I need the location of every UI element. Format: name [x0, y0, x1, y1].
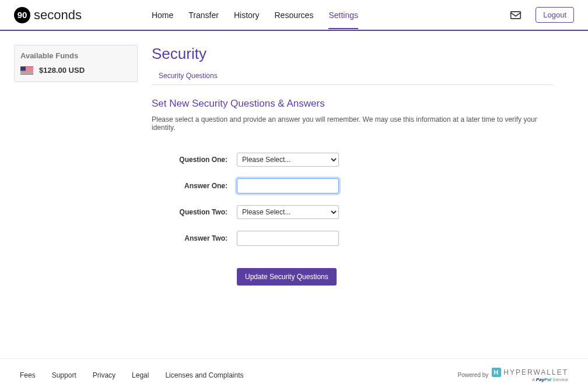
- funds-amount: $128.00 USD: [39, 66, 85, 75]
- label-answer-two: Answer Two:: [152, 234, 237, 242]
- main-nav: Home Transfer History Resources Settings: [152, 1, 358, 29]
- hyperwallet-mark-icon: H: [492, 368, 501, 377]
- footer-privacy[interactable]: Privacy: [93, 371, 116, 379]
- footer-licenses[interactable]: Licenses and Complaints: [165, 371, 243, 379]
- nav-home[interactable]: Home: [152, 1, 173, 29]
- main-content: Available Funds $128.00 USD: [0, 31, 588, 300]
- label-question-one: Question One:: [152, 156, 237, 164]
- hyperwallet-text: HYPERWALLET: [503, 368, 568, 376]
- svg-rect-7: [20, 73, 33, 73]
- svg-rect-5: [20, 71, 33, 71]
- nav-settings[interactable]: Settings: [328, 1, 358, 29]
- content: Security Security Questions Set New Secu…: [152, 45, 574, 286]
- logout-button[interactable]: Logout: [536, 7, 574, 23]
- row-question-two: Question Two: Please Select...: [152, 205, 553, 219]
- row-answer-two: Answer Two:: [152, 231, 553, 246]
- select-question-one[interactable]: Please Select...: [237, 153, 339, 167]
- svg-rect-8: [20, 66, 26, 71]
- update-security-questions-button[interactable]: Update Security Questions: [237, 268, 337, 286]
- submit-row: Update Security Questions: [237, 268, 553, 286]
- footer-legal[interactable]: Legal: [132, 371, 149, 379]
- section-desc: Please select a question and provide an …: [152, 115, 553, 132]
- available-funds-card: Available Funds $128.00 USD: [14, 45, 138, 82]
- label-question-two: Question Two:: [152, 208, 237, 216]
- subtab-security-questions[interactable]: Security Questions: [159, 72, 218, 80]
- footer: Fees Support Privacy Legal Licenses and …: [0, 358, 588, 391]
- input-answer-one[interactable]: [237, 178, 339, 193]
- subtabs: Security Questions: [152, 71, 553, 85]
- available-funds-title: Available Funds: [20, 51, 131, 60]
- nav-resources[interactable]: Resources: [274, 1, 313, 29]
- logo-text: seconds: [34, 8, 82, 23]
- hyperwallet-subtext: A PayPal Service: [532, 377, 568, 382]
- nav-history[interactable]: History: [234, 1, 260, 29]
- row-question-one: Question One: Please Select...: [152, 153, 553, 167]
- input-answer-two[interactable]: [237, 231, 339, 246]
- section-title: Set New Security Questions & Answers: [152, 98, 553, 110]
- hyperwallet-logo: H HYPERWALLET A PayPal Service: [492, 368, 568, 382]
- row-answer-one: Answer One:: [152, 178, 553, 193]
- header: 90 seconds Home Transfer History Resourc…: [0, 0, 588, 31]
- label-answer-one: Answer One:: [152, 182, 237, 190]
- svg-rect-0: [511, 12, 521, 19]
- sidebar: Available Funds $128.00 USD: [14, 45, 138, 286]
- powered-by-label: Powered by: [457, 372, 488, 378]
- footer-support[interactable]: Support: [52, 371, 76, 379]
- footer-fees[interactable]: Fees: [20, 371, 36, 379]
- logo-mark-icon: 90: [14, 7, 30, 23]
- powered-by: Powered by H HYPERWALLET A PayPal Servic…: [457, 368, 568, 382]
- footer-links: Fees Support Privacy Legal Licenses and …: [20, 371, 244, 379]
- nav-transfer[interactable]: Transfer: [188, 1, 219, 29]
- select-question-two[interactable]: Please Select...: [237, 205, 339, 219]
- logo[interactable]: 90 seconds: [14, 7, 82, 23]
- flag-us-icon: [20, 66, 33, 75]
- svg-rect-6: [20, 72, 33, 72]
- funds-row: $128.00 USD: [20, 66, 131, 75]
- messages-icon[interactable]: [510, 9, 522, 21]
- page-title: Security: [152, 45, 553, 63]
